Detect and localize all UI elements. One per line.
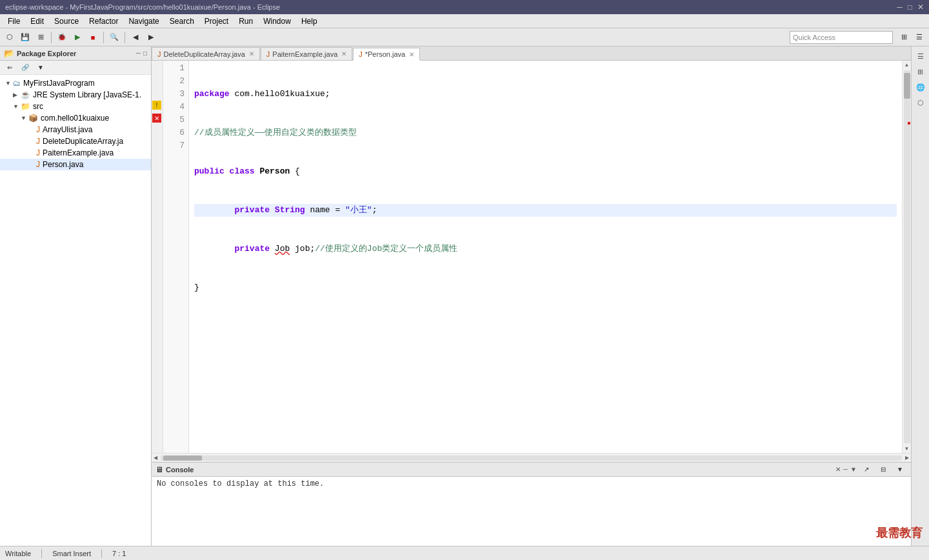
console-content: No consoles to display at this time. xyxy=(152,477,911,546)
code-content[interactable]: package com.hello01kuaixue; //成员属性定义——使用… xyxy=(189,61,902,453)
console-message: No consoles to display at this time. xyxy=(157,479,324,488)
scroll-down-btn[interactable]: ▼ xyxy=(903,445,911,453)
minimize-button[interactable]: ─ xyxy=(897,3,903,12)
toolbar-next[interactable]: ▶ xyxy=(144,30,158,45)
maximize-button[interactable]: □ xyxy=(908,3,912,12)
menu-item-refactor[interactable]: Refactor xyxy=(84,15,123,27)
tab-label-paitern: PaiternExample.java xyxy=(272,50,337,58)
right-icon-1[interactable]: ☰ xyxy=(914,49,928,63)
status-sep-2 xyxy=(101,549,102,558)
scroll-up-btn[interactable]: ▲ xyxy=(903,61,911,69)
tab-deletedup[interactable]: J DeleteDuplicateArray.java ✕ xyxy=(152,47,260,60)
scroll-thumb[interactable] xyxy=(904,73,910,99)
quick-access-label: Quick Access xyxy=(793,34,835,41)
toolbar-stop[interactable]: ■ xyxy=(86,30,100,45)
main-layout: 📂 Package Explorer ─ □ ⇐ 🔗 ▼ ▼ 🗂 MyFirst… xyxy=(0,46,929,546)
editor-scrollbar: ▲ ▼ xyxy=(902,61,911,453)
h-scroll-left[interactable]: ◀ xyxy=(152,455,159,461)
tree-arrow-package: ▼ xyxy=(21,115,26,121)
editor-wrapper: J DeleteDuplicateArray.java ✕ J PaiternE… xyxy=(152,46,911,546)
toolbar-sep-2 xyxy=(103,32,104,43)
console-close-icon[interactable]: ✕ xyxy=(835,466,841,473)
tree-item-arrayulist[interactable]: J ArrayUlist.java xyxy=(0,124,151,135)
right-icon-4[interactable]: ⬡ xyxy=(914,95,928,110)
menu-item-help[interactable]: Help xyxy=(296,15,323,27)
java-icon-paitern: J xyxy=(36,148,40,157)
toolbar-save[interactable]: 💾 xyxy=(18,30,32,45)
package-explorer-header: 📂 Package Explorer ─ □ xyxy=(0,46,151,61)
tab-close-deletedup[interactable]: ✕ xyxy=(249,50,254,57)
line-num-4: 4 xyxy=(163,101,185,114)
tree-item-package[interactable]: ▼ 📦 com.hello01kuaixue xyxy=(0,112,151,124)
toolbar-new[interactable]: ⬡ xyxy=(3,30,17,45)
menu-item-search[interactable]: Search xyxy=(165,15,199,27)
line-num-3: 3 xyxy=(163,88,185,101)
tree-label-project: MyFirstJavaProgram xyxy=(23,79,95,88)
console-btn-1[interactable]: ↗ xyxy=(859,463,874,477)
jre-icon: ☕ xyxy=(21,90,30,99)
right-icon-2[interactable]: ⊞ xyxy=(914,65,928,79)
tree-item-src[interactable]: ▼ 📁 src xyxy=(0,101,151,112)
menu-item-navigate[interactable]: Navigate xyxy=(123,15,164,27)
panel-maximize-btn[interactable]: □ xyxy=(143,50,147,57)
menu-item-project[interactable]: Project xyxy=(199,15,234,27)
toolbar-save-all[interactable]: ⊞ xyxy=(34,30,48,45)
menu-item-source[interactable]: Source xyxy=(49,15,84,27)
title-bar: eclipse-workspace - MyFirstJavaProgram/s… xyxy=(0,0,929,14)
scroll-track[interactable] xyxy=(904,70,910,443)
project-icon: 🗂 xyxy=(13,79,21,88)
tree-label-src: src xyxy=(33,102,43,111)
close-button[interactable]: ✕ xyxy=(917,3,924,12)
tree-label-deletedup: DeleteDuplicateArray.ja xyxy=(43,137,123,146)
package-explorer-title: Package Explorer xyxy=(17,50,134,57)
toolbar-debug[interactable]: 🐞 xyxy=(55,30,69,45)
java-icon-person: J xyxy=(36,160,40,169)
package-icon: 📦 xyxy=(28,114,38,123)
menu-item-edit[interactable]: Edit xyxy=(25,15,49,27)
window-title: eclipse-workspace - MyFirstJavaProgram/s… xyxy=(5,3,897,11)
tree-view: ▼ 🗂 MyFirstJavaProgram ▶ ☕ JRE System Li… xyxy=(0,75,151,546)
right-icon-bar: ☰ ⊞ 🌐 ⬡ xyxy=(911,46,929,546)
console-btn-2[interactable]: ⊟ xyxy=(876,463,890,477)
menu-item-run[interactable]: Run xyxy=(234,15,258,27)
package-explorer-icon: 📂 xyxy=(4,48,14,58)
h-scroll-track[interactable] xyxy=(161,455,902,461)
menu-item-window[interactable]: Window xyxy=(258,15,296,27)
pe-menu-btn[interactable]: ▼ xyxy=(34,61,48,75)
toolbar-prev[interactable]: ◀ xyxy=(128,30,143,45)
tab-icon-person: J xyxy=(359,50,363,58)
panel-minimize-btn[interactable]: ─ xyxy=(136,50,141,57)
tree-item-deletedup[interactable]: J DeleteDuplicateArray.ja xyxy=(0,135,151,147)
toolbar-perspective[interactable]: ⊞ xyxy=(897,30,911,45)
quick-access-input[interactable]: Quick Access xyxy=(790,31,893,44)
editor-tabs: J DeleteDuplicateArray.java ✕ J PaiternE… xyxy=(152,46,911,61)
console-menu-icon[interactable]: ▼ xyxy=(850,466,857,473)
toolbar-view[interactable]: ☰ xyxy=(912,30,926,45)
tree-arrow-paitern xyxy=(28,150,34,156)
pe-toolbar: ⇐ 🔗 ▼ xyxy=(0,61,151,75)
tree-item-person[interactable]: J Person.java xyxy=(0,159,151,170)
tree-item-jre[interactable]: ▶ ☕ JRE System Library [JavaSE-1. xyxy=(0,89,151,101)
pe-link-btn[interactable]: 🔗 xyxy=(18,61,32,75)
line-num-2: 2 xyxy=(163,75,185,88)
right-icon-3[interactable]: 🌐 xyxy=(914,80,928,94)
menu-item-file[interactable]: File xyxy=(3,15,25,27)
toolbar-search[interactable]: 🔍 xyxy=(107,30,121,45)
tree-arrow-src: ▼ xyxy=(13,103,19,110)
h-scroll-thumb[interactable] xyxy=(163,455,202,461)
tab-person[interactable]: J *Person.java ✕ xyxy=(353,48,420,61)
console-btn-3[interactable]: ▼ xyxy=(893,463,907,477)
toolbar-run[interactable]: ▶ xyxy=(70,30,85,45)
code-line-2: //成员属性定义——使用自定义类的数据类型 xyxy=(194,126,897,139)
console-minimize-icon[interactable]: ─ xyxy=(843,466,848,473)
tree-item-paitern[interactable]: J PaiternExample.java xyxy=(0,147,151,159)
pe-collapse-btn[interactable]: ⇐ xyxy=(3,61,17,75)
h-scroll-right[interactable]: ▶ xyxy=(903,455,911,461)
tab-paitern[interactable]: J PaiternExample.java ✕ xyxy=(261,47,352,60)
tab-close-paitern[interactable]: ✕ xyxy=(341,50,346,57)
menu-bar: FileEditSourceRefactorNavigateSearchProj… xyxy=(0,14,929,28)
tab-close-person[interactable]: ✕ xyxy=(409,51,414,58)
code-editor: ! ✕ 1 2 3 4 5 6 7 package com.hello01kua… xyxy=(152,61,911,453)
tree-item-project[interactable]: ▼ 🗂 MyFirstJavaProgram xyxy=(0,77,151,89)
status-insert: Smart Insert xyxy=(52,550,91,557)
